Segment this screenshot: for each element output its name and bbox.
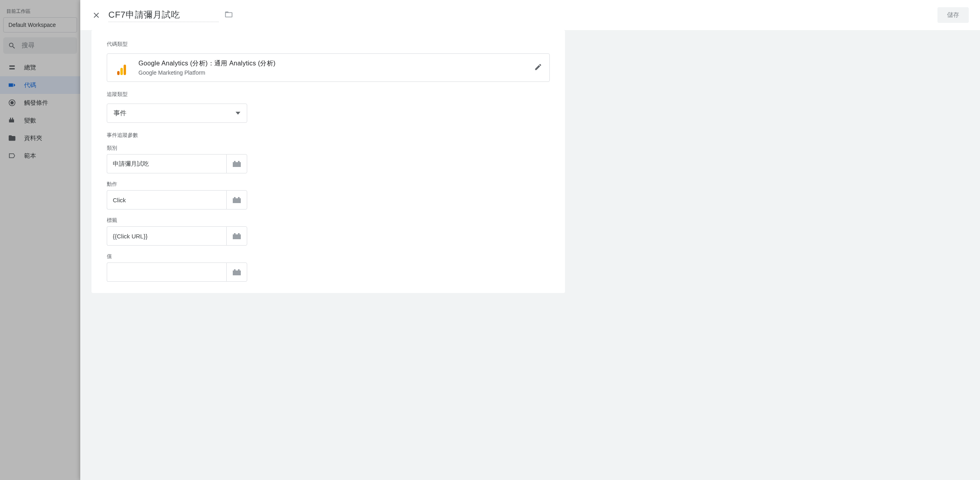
category-label: 類別	[107, 144, 550, 152]
lego-icon	[232, 196, 242, 204]
close-button[interactable]	[91, 10, 101, 20]
tag-type-name: Google Analytics (分析)：通用 Analytics (分析)	[138, 59, 276, 68]
tag-type-label: 代碼類型	[107, 41, 550, 48]
lego-icon	[232, 268, 242, 276]
tag-config-card: 代碼類型 Google Analytics (分析)：通用 Analytics …	[91, 30, 565, 293]
save-button[interactable]: 儲存	[937, 7, 969, 23]
chevron-down-icon	[236, 111, 240, 116]
value-input[interactable]	[107, 262, 226, 282]
category-input[interactable]	[107, 154, 226, 173]
track-type-label: 追蹤類型	[107, 91, 550, 98]
pencil-icon	[534, 63, 542, 71]
event-params-label: 事件追蹤參數	[107, 132, 550, 139]
value-variable-button[interactable]	[226, 262, 247, 282]
action-input[interactable]	[107, 190, 226, 209]
edit-tag-type-button[interactable]	[534, 63, 542, 73]
folder-outline-icon	[224, 10, 233, 19]
track-type-select[interactable]: 事件	[107, 104, 247, 123]
label-variable-button[interactable]	[226, 226, 247, 246]
track-type-value: 事件	[114, 109, 126, 118]
label-label: 標籤	[107, 217, 550, 224]
value-label: 值	[107, 253, 550, 260]
tag-title-input[interactable]	[108, 8, 219, 22]
close-icon	[92, 11, 101, 20]
label-input[interactable]	[107, 226, 226, 246]
panel-body: 代碼類型 Google Analytics (分析)：通用 Analytics …	[80, 30, 980, 480]
action-variable-button[interactable]	[226, 190, 247, 209]
folder-button[interactable]	[224, 10, 233, 20]
lego-icon	[232, 160, 242, 168]
category-variable-button[interactable]	[226, 154, 247, 173]
lego-icon	[232, 232, 242, 240]
ga-icon	[114, 61, 129, 75]
tag-editor-panel: 儲存 代碼類型 Google Analytics (分析)：通用 Analyti…	[80, 0, 980, 480]
action-label: 動作	[107, 181, 550, 188]
tag-type-platform: Google Marketing Platform	[138, 69, 276, 76]
panel-header: 儲存	[80, 0, 980, 30]
tag-type-selector[interactable]: Google Analytics (分析)：通用 Analytics (分析) …	[107, 53, 550, 82]
